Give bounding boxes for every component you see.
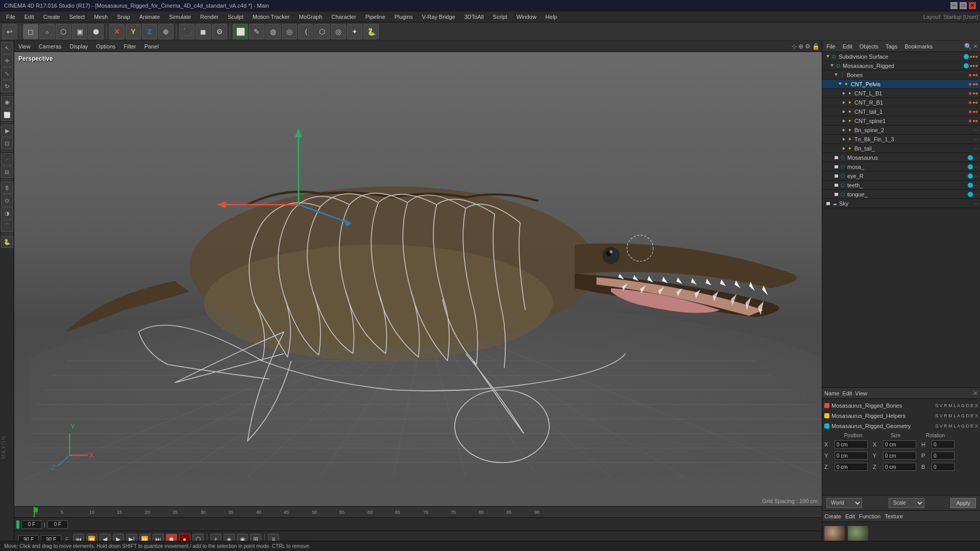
obj-objects-menu[interactable]: Objects <box>857 43 880 50</box>
apply-button[interactable]: Apply <box>950 498 976 508</box>
menu-window[interactable]: Window <box>512 13 541 21</box>
model-mode-button[interactable]: ◻ <box>23 24 38 39</box>
extrude-tool[interactable]: $ <box>1 182 13 194</box>
select-tool[interactable]: ↖ <box>1 42 13 54</box>
obj-cnt-pelvis[interactable]: ✦ CNT_Pelvis ■ ●● <box>822 80 980 89</box>
menu-snap[interactable]: Snap <box>113 13 134 21</box>
render-active-button[interactable]: ⬛ <box>179 24 194 39</box>
vp-expand-icon[interactable]: ⊕ <box>798 43 803 50</box>
obj-dot[interactable] <box>968 164 973 169</box>
undo-button[interactable]: ↩ <box>2 24 17 39</box>
mat-function-menu[interactable]: Function <box>859 513 880 519</box>
obj-subdivision-surface[interactable]: ⊡ Subdivision Surface ●●● <box>822 52 980 61</box>
menu-3dto[interactable]: 3DToAll <box>460 13 488 21</box>
layer-bones-row[interactable]: Mosasaurus_Rigged_Bones S V R M L A G D … <box>824 401 978 410</box>
h-rot-input[interactable] <box>932 440 954 448</box>
menu-create[interactable]: Create <box>39 13 64 21</box>
z-axis-button[interactable]: Z <box>142 24 157 39</box>
start-frame-input[interactable] <box>21 520 42 529</box>
add-cube-button[interactable]: ⬜ <box>233 24 248 39</box>
collapse-btn[interactable] <box>830 64 834 67</box>
collapse-btn[interactable] <box>843 92 845 95</box>
x-pos-input[interactable] <box>835 440 868 448</box>
vp-display-menu[interactable]: Display <box>67 43 90 50</box>
obj-dot[interactable] <box>968 173 973 179</box>
obj-dot[interactable] <box>968 192 973 197</box>
obj-manager-search[interactable]: 🔍 <box>964 43 972 50</box>
python-button[interactable]: 🐍 <box>363 24 379 39</box>
scale-dropdown[interactable]: Scale <box>889 498 924 508</box>
python-tool[interactable]: 🐍 <box>1 236 13 248</box>
collapse-btn[interactable] <box>843 138 845 141</box>
menu-select[interactable]: Select <box>65 13 89 21</box>
vp-lock-icon[interactable]: 🔒 <box>812 43 820 50</box>
knife-tool[interactable]: ⟋ <box>1 153 13 165</box>
mat-create-menu[interactable]: Create <box>824 513 841 519</box>
obj-tn-bk-fin[interactable]: ✦ Tn_Bk_Fin_1_3 ··· <box>822 135 980 144</box>
move-tool[interactable]: ✛ <box>1 55 13 67</box>
vp-view-menu[interactable]: View <box>16 43 33 50</box>
menu-simulate[interactable]: Simulate <box>165 13 195 21</box>
collapse-btn[interactable] <box>843 101 845 104</box>
menu-sculpt[interactable]: Sculpt <box>224 13 248 21</box>
close-button[interactable]: ✕ <box>969 2 976 9</box>
loop-cut-tool[interactable]: ⊟ <box>1 166 13 178</box>
current-frame-input[interactable] <box>47 520 68 529</box>
rect-select-tool[interactable]: ⬜ <box>1 109 13 121</box>
menu-pipeline[interactable]: Pipeline <box>361 13 389 21</box>
vp-panel-menu[interactable]: Panel <box>142 43 161 50</box>
obj-bookmarks-menu[interactable]: Bookmarks <box>902 43 935 50</box>
y-size-input[interactable] <box>883 452 916 460</box>
attr-edit-menu[interactable]: Edit <box>842 390 852 396</box>
render-settings-button[interactable]: ⚙ <box>212 24 227 39</box>
deformer-button[interactable]: ⬡ <box>314 24 330 39</box>
spline-button[interactable]: ⟨ <box>298 24 313 39</box>
live-select-tool[interactable]: ◉ <box>1 96 13 108</box>
attr-view-menu[interactable]: View <box>855 390 867 396</box>
attr-close-icon[interactable]: ✕ <box>973 390 978 397</box>
attr-name-menu[interactable]: Name <box>824 390 839 396</box>
obj-tongue[interactable]: ⬡ tongue_ ··· <box>822 190 980 199</box>
rotate-tool[interactable]: ↻ <box>1 80 13 92</box>
paint-view-tool[interactable]: ⊡ <box>1 137 13 149</box>
vp-settings-icon[interactable]: ⚙ <box>805 43 811 50</box>
vp-filter-menu[interactable]: Filter <box>121 43 138 50</box>
inner-extrude-tool[interactable]: ⊙ <box>1 194 13 207</box>
menu-vray[interactable]: V-Ray Bridge <box>418 13 459 21</box>
obj-cnt-spine1[interactable]: ✦ CNT_spine1 ■ ●● <box>822 116 980 126</box>
obj-cyan-dot[interactable] <box>964 54 969 59</box>
render-all-button[interactable]: ◼ <box>195 24 211 39</box>
menu-help[interactable]: Help <box>542 13 561 21</box>
p-rot-input[interactable] <box>932 452 954 460</box>
edge-mode-button[interactable]: ⬡ <box>56 24 71 39</box>
layer-helpers-row[interactable]: Mosasaurus_Rigged_Helpers S V R M L A G … <box>824 411 978 420</box>
poly-mode-button[interactable]: ▣ <box>72 24 87 39</box>
menu-animate[interactable]: Animate <box>135 13 164 21</box>
obj-cnt-tail-1[interactable]: ✦ CNT_tail_1 ■ ●● <box>822 107 980 116</box>
timeline-ruler[interactable]: 0 5 10 15 20 25 30 35 40 45 50 55 60 65 … <box>14 507 822 518</box>
obj-file-menu[interactable]: File <box>824 43 838 50</box>
vp-cameras-menu[interactable]: Cameras <box>37 43 64 50</box>
mat-texture-menu[interactable]: Texture <box>885 513 903 519</box>
collapse-btn[interactable] <box>843 119 845 122</box>
menu-file[interactable]: File <box>2 13 19 21</box>
obj-mosa2[interactable]: ⬡ mosa_ ··· <box>822 162 980 171</box>
light-button[interactable]: ✦ <box>347 24 362 39</box>
render-tool[interactable]: ▶ <box>1 124 13 137</box>
world-dropdown[interactable]: World <box>826 498 862 508</box>
uvw-mode-button[interactable]: ⬢ <box>88 24 104 39</box>
vp-frame-icon[interactable]: ⊹ <box>792 43 797 50</box>
menu-script[interactable]: Script <box>489 13 511 21</box>
x-size-input[interactable] <box>883 440 916 448</box>
obj-bn-tail[interactable]: ✦ Bn_tail_ ··· <box>822 144 980 153</box>
viewport-canvas[interactable]: Perspective Grid Spacing : 100 cm <box>14 52 822 506</box>
obj-cyan-dot[interactable] <box>964 63 969 68</box>
collapse-btn[interactable] <box>843 147 845 150</box>
obj-dot[interactable] <box>968 155 973 160</box>
menu-motion-tracker[interactable]: Motion Tracker <box>249 13 294 21</box>
obj-bn-spine2[interactable]: ✦ Bn_spine_2 ··· <box>822 126 980 135</box>
obj-cnt-l-b1[interactable]: ✦ CNT_L_B1 ■ ●● <box>822 89 980 98</box>
layer-geometry-row[interactable]: Mosasaurus_Rigged_Geometry S V R M L A G… <box>824 421 978 431</box>
bevel-tool[interactable]: ◑ <box>1 207 13 219</box>
collapse-btn[interactable] <box>839 83 842 85</box>
